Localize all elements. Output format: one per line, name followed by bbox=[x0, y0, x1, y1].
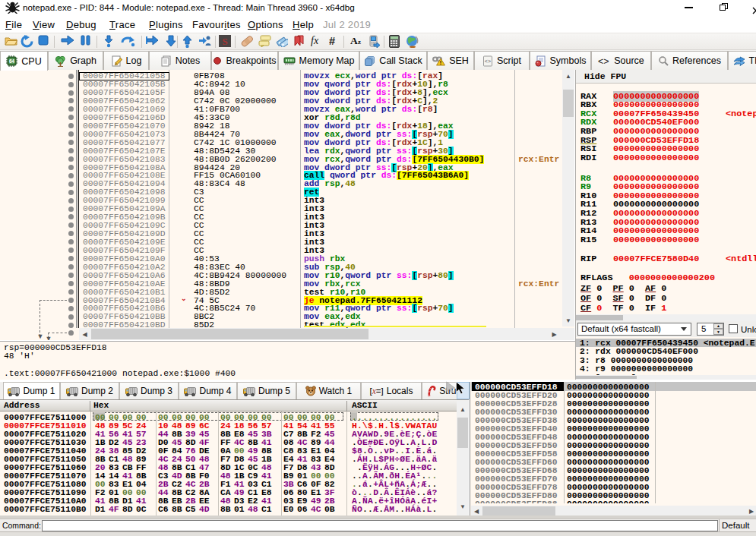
svg-text:S: S bbox=[222, 36, 227, 47]
svg-text:<>: <> bbox=[598, 56, 609, 65]
svg-text:64: 64 bbox=[9, 58, 15, 64]
svg-text:fx: fx bbox=[311, 35, 319, 46]
svg-text:A: A bbox=[350, 35, 358, 46]
svg-text:z: z bbox=[358, 38, 361, 46]
svg-text:!: ! bbox=[440, 60, 441, 65]
svg-text:#: # bbox=[329, 35, 335, 46]
svg-text:<>: <> bbox=[485, 58, 491, 65]
